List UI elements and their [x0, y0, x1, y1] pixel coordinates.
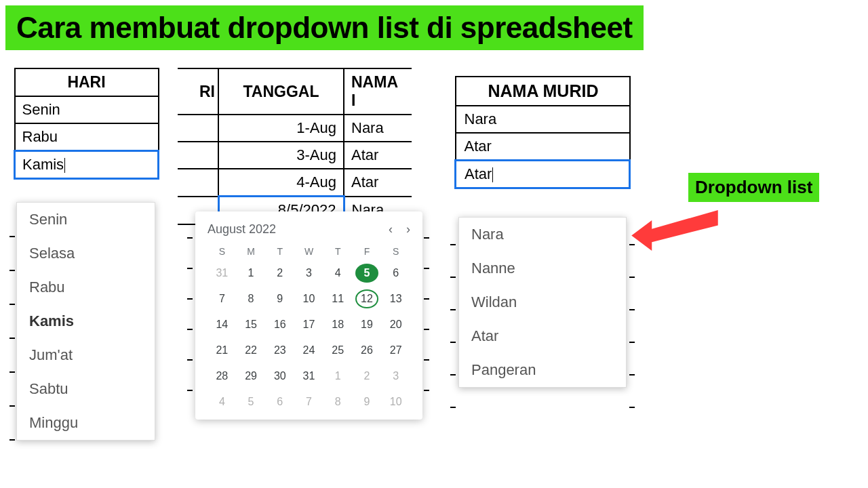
calendar-dow: T: [323, 246, 353, 257]
row-border-fragment: [629, 342, 635, 343]
tanggal-cell[interactable]: 4-Aug: [218, 169, 344, 197]
nama-cell[interactable]: Atar: [344, 169, 412, 197]
calendar-day[interactable]: 15: [239, 315, 262, 334]
hari-dropdown[interactable]: Senin Selasa Rabu Kamis Jum'at Sabtu Min…: [16, 202, 155, 441]
calendar-day[interactable]: 7: [210, 289, 233, 308]
calendar-day[interactable]: 30: [269, 367, 292, 386]
murid-table: NAMA MURID Nara Atar Atar: [454, 76, 631, 189]
calendar-day[interactable]: 6: [269, 392, 292, 411]
row-border-fragment: [9, 304, 15, 305]
dropdown-option[interactable]: Atar: [459, 319, 626, 353]
calendar-day[interactable]: 5: [239, 392, 262, 411]
calendar-day[interactable]: 23: [269, 341, 292, 360]
calendar-day[interactable]: 2: [269, 264, 292, 283]
row-border-fragment: [450, 374, 456, 375]
murid-cell-selected[interactable]: Atar: [456, 161, 630, 188]
calendar-day[interactable]: 8: [326, 392, 349, 411]
calendar-day[interactable]: 4: [326, 264, 349, 283]
calendar-day[interactable]: 17: [297, 315, 320, 334]
row-border-fragment: [424, 268, 429, 269]
dropdown-option[interactable]: Sabtu: [17, 372, 155, 406]
hari-cell[interactable]: Senin: [15, 96, 159, 123]
calendar-day[interactable]: 3: [384, 367, 408, 386]
calendar-day[interactable]: 31: [210, 264, 233, 283]
row-border-fragment: [9, 236, 15, 237]
calendar-day[interactable]: 19: [355, 315, 378, 334]
calendar-day[interactable]: 4: [210, 392, 233, 411]
cell[interactable]: [178, 142, 218, 169]
row-border-fragment: [187, 268, 193, 269]
dropdown-option[interactable]: Minggu: [17, 406, 155, 440]
calendar-day-today[interactable]: 12: [355, 289, 378, 308]
row-border-fragment: [450, 309, 456, 310]
calendar-day[interactable]: 6: [384, 264, 408, 283]
row-border-fragment: [629, 309, 635, 310]
calendar-day[interactable]: 24: [297, 341, 320, 360]
calendar-day[interactable]: 8: [239, 289, 262, 308]
calendar-day[interactable]: 16: [269, 315, 292, 334]
row-border-fragment: [9, 405, 15, 407]
calendar-day[interactable]: 25: [326, 341, 349, 360]
dropdown-option[interactable]: Rabu: [17, 270, 155, 304]
hari-cell-selected[interactable]: Kamis: [15, 151, 159, 179]
calendar-day[interactable]: 31: [297, 367, 320, 386]
tanggal-cell[interactable]: 3-Aug: [218, 142, 344, 169]
calendar-day[interactable]: 20: [384, 315, 408, 334]
calendar-day[interactable]: 10: [297, 289, 320, 308]
calendar-day[interactable]: 18: [326, 315, 349, 334]
cell[interactable]: [178, 115, 218, 142]
dropdown-option[interactable]: Nanne: [459, 251, 626, 285]
calendar-day[interactable]: 3: [297, 264, 320, 283]
row-border-fragment: [629, 244, 635, 245]
nama-cell[interactable]: Atar: [344, 142, 412, 169]
nama-cell[interactable]: Nara: [344, 115, 412, 142]
dropdown-option[interactable]: Kamis: [17, 304, 155, 338]
calendar-day[interactable]: 11: [326, 289, 349, 308]
calendar-day[interactable]: 27: [384, 341, 408, 360]
tanggal-cell[interactable]: 1-Aug: [218, 115, 344, 142]
calendar-day[interactable]: 9: [269, 289, 292, 308]
calendar-day[interactable]: 29: [239, 367, 262, 386]
calendar-day[interactable]: 1: [239, 264, 262, 283]
date-picker[interactable]: August 2022 ‹ › SMTWTFS31123456789101112…: [195, 211, 422, 420]
calendar-day-selected[interactable]: 5: [355, 264, 378, 283]
dropdown-option[interactable]: Nara: [459, 218, 626, 251]
row-border-fragment: [187, 359, 193, 361]
dropdown-option[interactable]: Wildan: [459, 285, 626, 319]
murid-cell[interactable]: Atar: [456, 133, 630, 161]
murid-dropdown[interactable]: Nara Nanne Wildan Atar Pangeran: [458, 217, 627, 388]
calendar-next-icon[interactable]: ›: [406, 222, 410, 237]
murid-header: NAMA MURID: [456, 77, 630, 106]
dropdown-option[interactable]: Jum'at: [17, 338, 155, 372]
row-border-fragment: [450, 244, 456, 245]
row-border-fragment: [9, 338, 15, 339]
calendar-dow: F: [353, 246, 382, 257]
calendar-day[interactable]: 10: [384, 392, 408, 411]
calendar-prev-icon[interactable]: ‹: [389, 222, 393, 237]
calendar-day[interactable]: 7: [297, 392, 320, 411]
row-border-fragment: [629, 374, 635, 375]
dropdown-option[interactable]: Senin: [17, 203, 155, 237]
calendar-day[interactable]: 13: [384, 289, 408, 308]
hari-header-fragment: RI: [178, 68, 218, 115]
murid-cell[interactable]: Nara: [456, 106, 630, 133]
row-border-fragment: [9, 439, 15, 441]
tanggal-header: TANGGAL: [218, 68, 344, 115]
calendar-day[interactable]: 9: [355, 392, 378, 411]
calendar-day[interactable]: 21: [210, 341, 233, 360]
dropdown-option[interactable]: Selasa: [17, 237, 155, 270]
cell[interactable]: [178, 169, 218, 197]
calendar-day[interactable]: 2: [355, 367, 378, 386]
calendar-day[interactable]: 28: [210, 367, 233, 386]
row-border-fragment: [9, 371, 15, 373]
row-border-fragment: [187, 237, 193, 239]
calendar-day[interactable]: 1: [326, 367, 349, 386]
dropdown-option[interactable]: Pangeran: [459, 353, 626, 387]
calendar-day[interactable]: 22: [239, 341, 262, 360]
calendar-day[interactable]: 26: [355, 341, 378, 360]
page-title: Cara membuat dropdown list di spreadshee…: [5, 5, 644, 50]
calendar-day[interactable]: 14: [210, 315, 233, 334]
calendar-month-label: August 2022: [208, 222, 276, 237]
hari-cell[interactable]: Rabu: [15, 123, 159, 151]
nama-header-fragment: NAMA I: [344, 68, 412, 115]
